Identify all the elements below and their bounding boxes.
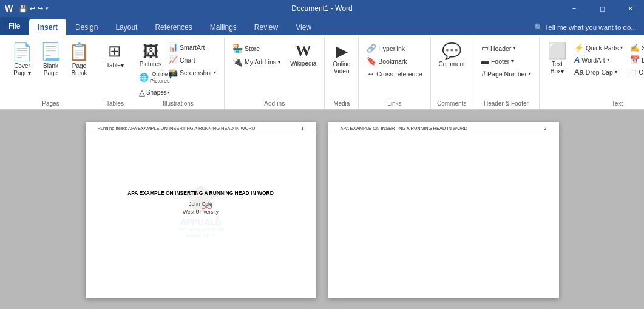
window-controls: − ◻ ✕ (560, 0, 644, 17)
page-break-button[interactable]: 📋 PageBreak (66, 40, 93, 78)
cross-reference-label: Cross-reference (376, 70, 422, 78)
ribbon: 📄 CoverPage▾ 📃 BlankPage 📋 PageBreak Pag… (0, 35, 644, 110)
store-button[interactable]: 🏪 Store (229, 42, 283, 55)
drop-cap-arrow: ▾ (615, 69, 617, 75)
object-button[interactable]: ◻ Object ▾ (627, 66, 644, 78)
quick-parts-icon: ⚡ (574, 43, 584, 52)
bookmark-label: Bookmark (378, 58, 407, 65)
smartart-button[interactable]: 📊 SmartArt (165, 41, 219, 53)
page-2-header-left: APA EXAMPLE ON INSERTING A RUNNING HEAD … (341, 126, 467, 131)
online-pictures-button[interactable]: 🌐 OnlinePictures ▾ (137, 70, 164, 86)
shapes-button[interactable]: △ Shapes ▾ (137, 87, 164, 98)
page-1-title: APA EXAMPLE ON INSERTING A RUNNING HEAD … (110, 190, 292, 196)
page-number-arrow: ▾ (529, 71, 531, 76)
group-illustrations: 🖼 Pictures 🌐 OnlinePictures ▾ △ Shapes ▾… (132, 38, 225, 109)
chart-label: Chart (180, 56, 195, 64)
store-icon: 🏪 (232, 44, 243, 53)
tab-layout[interactable]: Layout (107, 19, 146, 35)
blank-page-button[interactable]: 📃 BlankPage (37, 40, 64, 78)
wordart-button[interactable]: A WordArt ▾ (571, 54, 626, 66)
drop-cap-button[interactable]: Aa Drop Cap ▾ (571, 66, 626, 78)
my-addins-button[interactable]: 🔌 My Add-ins ▾ (229, 56, 283, 68)
restore-button[interactable]: ◻ (588, 0, 616, 17)
text-box-icon: ⬜ (547, 42, 567, 61)
table-button[interactable]: ⊞ Table▾ (103, 40, 127, 70)
my-addins-arrow: ▾ (278, 59, 280, 65)
page-1-content: APA EXAMPLE ON INSERTING A RUNNING HEAD … (86, 172, 316, 233)
page-break-label: PageBreak (71, 63, 87, 77)
pictures-label: Pictures (140, 61, 161, 67)
online-video-icon: ▶ (336, 42, 348, 61)
pictures-icon: 🖼 (143, 42, 158, 61)
table-label: Table▾ (106, 62, 124, 69)
title-bar: W 💾 ↩ ↪ ▾ Document1 - Word − ◻ ✕ (0, 0, 644, 17)
group-text: ⬜ TextBox▾ ⚡ Quick Parts ▾ A WordArt ▾ A… (540, 38, 644, 109)
ribbon-search[interactable]: 🔍 Tell me what you want to do... (527, 23, 645, 35)
quick-access-dropdown[interactable]: ▾ (46, 5, 49, 12)
blank-page-icon: 📃 (40, 42, 61, 62)
tab-mailings[interactable]: Mailings (202, 19, 245, 35)
tab-review[interactable]: Review (246, 19, 286, 35)
page-2[interactable]: APA EXAMPLE ON INSERTING A RUNNING HEAD … (328, 122, 559, 298)
comment-button[interactable]: 💬 Comment (436, 40, 468, 69)
close-button[interactable]: ✕ (616, 0, 644, 17)
quick-redo-icon[interactable]: ↪ (38, 5, 43, 13)
date-time-label: Date & Time (642, 56, 644, 64)
minimize-button[interactable]: − (560, 0, 588, 17)
comment-label: Comment (439, 61, 465, 67)
wikipedia-button[interactable]: W Wikipedia (287, 40, 319, 68)
quick-parts-button[interactable]: ⚡ Quick Parts ▾ (571, 42, 626, 53)
online-video-button[interactable]: ▶ OnlineVideo (330, 40, 353, 76)
tables-items: ⊞ Table▾ (103, 38, 127, 98)
search-icon: 🔍 (534, 23, 543, 32)
text-group-label: Text (612, 100, 623, 107)
bookmark-button[interactable]: 🔖 Bookmark (364, 55, 425, 67)
tab-insert[interactable]: Insert (29, 19, 66, 35)
group-media: ▶ OnlineVideo Media (325, 38, 359, 109)
tab-file[interactable]: File (0, 17, 29, 35)
group-comments: 💬 Comment Comments (431, 38, 473, 109)
header-button[interactable]: ▭ Header ▾ (478, 42, 534, 54)
media-items: ▶ OnlineVideo (330, 38, 353, 98)
page-1-header-right: 1 (301, 126, 303, 131)
pictures-button[interactable]: 🖼 Pictures (137, 40, 164, 69)
quick-undo-icon[interactable]: ↩ (30, 5, 35, 13)
hyperlink-icon: 🔗 (367, 44, 376, 53)
chart-button[interactable]: 📈 Chart (165, 54, 219, 66)
tab-references[interactable]: References (146, 19, 200, 35)
page-1-header-left: Running head: APA EXAMPLE ON INSERTING A… (98, 126, 256, 131)
cover-page-button[interactable]: 📄 CoverPage▾ (8, 40, 36, 78)
hyperlink-button[interactable]: 🔗 Hyperlink (364, 42, 425, 54)
header-icon: ▭ (481, 44, 489, 53)
page-1-author: John Cole (110, 201, 292, 207)
screenshot-arrow: ▾ (214, 70, 216, 75)
screenshot-label: Screenshot (180, 69, 212, 76)
signature-line-label: Signature Line (642, 44, 644, 52)
tab-design[interactable]: Design (67, 19, 106, 35)
pages-items: 📄 CoverPage▾ 📃 BlankPage 📋 PageBreak (8, 38, 93, 98)
tables-label: Tables (106, 100, 124, 107)
footer-button[interactable]: ▬ Footer ▾ (478, 55, 534, 67)
smartart-label: SmartArt (180, 44, 205, 51)
quick-save-icon[interactable]: 💾 (19, 5, 27, 13)
cross-reference-button[interactable]: ↔ Cross-reference (364, 68, 425, 80)
addins-items: 🏪 Store 🔌 My Add-ins ▾ W Wikipedia (229, 38, 319, 98)
smartart-icon: 📊 (168, 42, 178, 52)
text-box-button[interactable]: ⬜ TextBox▾ (544, 40, 570, 76)
screenshot-button[interactable]: 📸 Screenshot ▾ (165, 67, 219, 78)
page-number-button[interactable]: # Page Number ▾ (478, 68, 534, 80)
bookmark-icon: 🔖 (367, 56, 376, 66)
date-time-button[interactable]: 📅 Date & Time (627, 54, 644, 66)
page-1[interactable]: Running head: APA EXAMPLE ON INSERTING A… (86, 122, 316, 298)
signature-line-button[interactable]: ✍ Signature Line ▾ (627, 42, 644, 53)
addins-label: Add-ins (264, 100, 285, 107)
cover-page-icon: 📄 (12, 42, 33, 62)
tab-view[interactable]: View (287, 19, 320, 35)
pages-label: Pages (42, 100, 59, 107)
wordart-label: WordArt (581, 56, 605, 64)
document-title: Document1 - Word (291, 4, 352, 13)
shapes-icon: △ (139, 88, 145, 97)
illustrations-items: 🖼 Pictures 🌐 OnlinePictures ▾ △ Shapes ▾… (137, 38, 219, 98)
wikipedia-icon: W (296, 42, 311, 60)
wordart-icon: A (574, 55, 580, 64)
